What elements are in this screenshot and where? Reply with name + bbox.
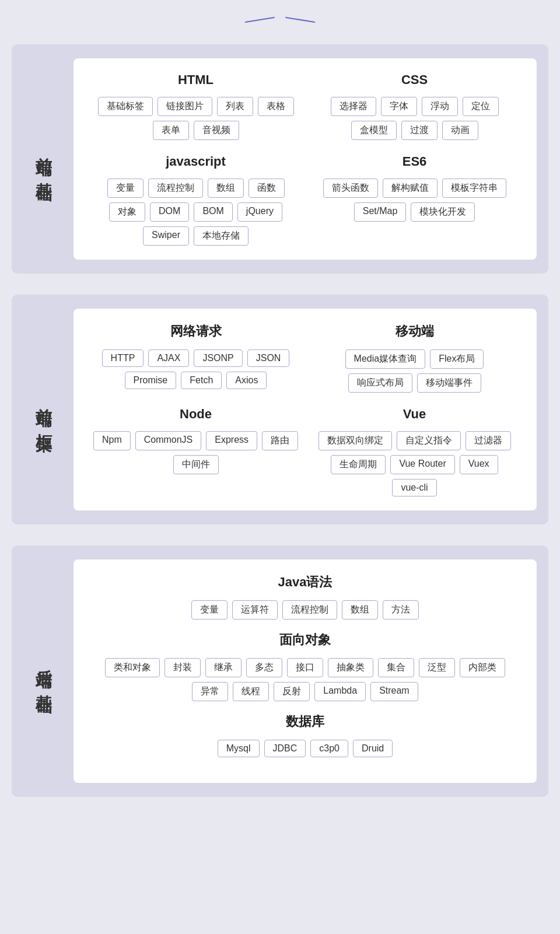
tag: 变量 [191, 600, 228, 620]
tags-database: MysqlJDBCc3p0Druid [218, 740, 393, 757]
tags-network: HTTPAJAXJSONPJSONPromiseFetchAxios [92, 349, 299, 389]
tags-oop: 类和对象封装继承多态接口抽象类集合泛型内部类异常线程反射LambdaStream [92, 658, 518, 701]
subsection-title-vue: Vue [403, 407, 426, 422]
tag: Promise [125, 372, 177, 389]
tag: JSONP [194, 349, 242, 367]
tag: 模板字符串 [442, 179, 506, 198]
tag: 对象 [109, 202, 145, 222]
tag: AJAX [148, 349, 189, 367]
tag: Swiper [143, 226, 189, 246]
tag: 线程 [233, 682, 269, 701]
tag: Fetch [181, 372, 222, 389]
tag: 移动端事件 [417, 373, 481, 393]
section-label-text-frontend-basics: 前端 基础 [34, 144, 54, 174]
tag: 列表 [217, 97, 253, 116]
subsection-mobile: 移动端Media媒体查询Flex布局响应式布局移动端事件 [311, 323, 518, 393]
tag: 数组 [208, 179, 244, 198]
subsection-title-css: CSS [401, 72, 428, 88]
section-label-backend-basics: 后端 基础 [23, 559, 64, 783]
tag: 音视频 [194, 121, 239, 140]
tag: JDBC [264, 740, 306, 757]
subsections-grid-frontend-basics: HTML基础标签链接图片列表表格表单音视频CSS选择器字体浮动定位盒模型过渡动画… [92, 72, 518, 246]
section-frontend-basics: 前端 基础HTML基础标签链接图片列表表格表单音视频CSS选择器字体浮动定位盒模… [12, 44, 548, 274]
tag: 异常 [192, 682, 228, 701]
tag: 过滤器 [466, 431, 511, 450]
tag: 本地存储 [194, 226, 249, 246]
tag: Axios [226, 372, 267, 389]
tag: 路由 [262, 431, 298, 450]
tag: HTTP [102, 349, 144, 367]
tag: 多态 [246, 658, 282, 677]
subsection-node: NodeNpmCommonJSExpress路由中间件 [92, 407, 299, 496]
tag: 箭头函数 [323, 179, 378, 198]
tag: BOM [194, 202, 232, 222]
tag: 过渡 [401, 121, 438, 140]
subsection-title-html: HTML [178, 72, 214, 88]
tag: Vue Router [390, 455, 454, 474]
subsection-oop: 面向对象类和对象封装继承多态接口抽象类集合泛型内部类异常线程反射LambdaSt… [92, 631, 518, 701]
subsection-title-es6: ES6 [402, 154, 427, 169]
subsection-html: HTML基础标签链接图片列表表格表单音视频 [92, 72, 299, 140]
tag: 流程控制 [282, 600, 337, 620]
tag: 继承 [205, 658, 242, 677]
tag: Vuex [460, 455, 498, 474]
tag: Mysql [218, 740, 260, 757]
section-label-text-frontend-framework: 前端 框架 [34, 395, 54, 425]
tags-javascript: 变量流程控制数组函数对象DOMBOMjQuerySwiper本地存储 [92, 179, 299, 246]
section-content-frontend-framework: 网络请求HTTPAJAXJSONPJSONPromiseFetchAxios移动… [74, 309, 537, 510]
tag: 基础标签 [98, 97, 153, 116]
tags-node: NpmCommonJSExpress路由中间件 [92, 431, 299, 474]
tag: c3p0 [310, 740, 348, 757]
tag: 数组 [342, 600, 378, 620]
tag: Lambda [314, 682, 366, 701]
tag: 变量 [107, 179, 144, 198]
tag: Media媒体查询 [345, 349, 426, 369]
tags-mobile: Media媒体查询Flex布局响应式布局移动端事件 [311, 349, 518, 393]
tag: CommonJS [135, 431, 202, 450]
tags-es6: 箭头函数解构赋值模板字符串Set/Map模块化开发 [311, 179, 518, 222]
tags-css: 选择器字体浮动定位盒模型过渡动画 [311, 97, 518, 140]
tag: JSON [247, 349, 290, 367]
section-label-text-backend-basics: 后端 基础 [34, 656, 54, 686]
tag: Npm [93, 431, 131, 450]
tag: 集合 [378, 658, 414, 677]
section-content-frontend-basics: HTML基础标签链接图片列表表格表单音视频CSS选择器字体浮动定位盒模型过渡动画… [74, 58, 537, 260]
tag: 流程控制 [148, 179, 203, 198]
tag: Express [206, 431, 257, 450]
tag: 运算符 [232, 600, 278, 620]
subsection-network: 网络请求HTTPAJAXJSONPJSONPromiseFetchAxios [92, 323, 299, 393]
tags-html: 基础标签链接图片列表表格表单音视频 [92, 97, 299, 140]
tag: 表单 [153, 121, 189, 140]
tag: 类和对象 [105, 658, 160, 677]
subsection-es6: ES6箭头函数解构赋值模板字符串Set/Map模块化开发 [311, 154, 518, 246]
tag: DOM [150, 202, 189, 222]
tag: 选择器 [331, 97, 376, 116]
tag: 方法 [383, 600, 419, 620]
tag: 定位 [463, 97, 499, 116]
title-decoration [0, 16, 560, 28]
subsection-title-database: 数据库 [286, 713, 324, 730]
tag: 封装 [164, 658, 201, 677]
tag: 响应式布局 [348, 373, 412, 393]
tag: 泛型 [419, 658, 455, 677]
tag: 浮动 [422, 97, 458, 116]
subsection-title-oop: 面向对象 [279, 631, 331, 649]
section-label-frontend-framework: 前端 框架 [23, 309, 64, 510]
tag: Stream [370, 682, 418, 701]
tag: Set/Map [354, 202, 407, 222]
tags-java-syntax: 变量运算符流程控制数组方法 [191, 600, 419, 620]
tag: 生命周期 [331, 455, 386, 474]
subsection-title-javascript: javascript [166, 154, 226, 169]
tag: jQuery [237, 202, 282, 222]
tag: 抽象类 [328, 658, 373, 677]
tag: 动画 [442, 121, 478, 140]
tag: 接口 [287, 658, 323, 677]
subsection-title-java-syntax: Java语法 [278, 573, 332, 591]
subsections-grid-frontend-framework: 网络请求HTTPAJAXJSONPJSONPromiseFetchAxios移动… [92, 323, 518, 496]
tag: 内部类 [460, 658, 505, 677]
tag: Flex布局 [430, 349, 484, 369]
tag: Druid [353, 740, 393, 757]
subsection-title-mobile: 移动端 [396, 323, 434, 340]
section-label-frontend-basics: 前端 基础 [23, 58, 64, 260]
tag: 反射 [274, 682, 310, 701]
